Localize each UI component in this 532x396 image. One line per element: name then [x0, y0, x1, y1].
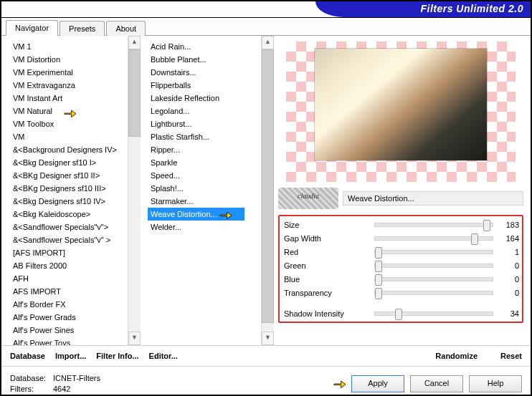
app-title: Filters Unlimited 2.0 [420, 3, 523, 14]
editor-button[interactable]: Editor... [149, 352, 178, 360]
pointer-hand-icon [63, 107, 77, 119]
filter-item[interactable]: Welder... [148, 221, 261, 233]
filters-count-value: 4642 [53, 385, 70, 393]
category-column: VM 1VM DistortionVM ExperimentalVM Extra… [1, 36, 141, 345]
slider-knob[interactable] [471, 233, 478, 245]
slider-knob[interactable] [375, 274, 382, 286]
category-scrollbar[interactable]: ▲ ▼ [128, 36, 141, 345]
filter-item[interactable]: Speed... [148, 169, 261, 182]
category-item[interactable]: [AFS IMPORT] [10, 246, 128, 259]
footer: Database:ICNET-Filters Filters:4642 Appl… [1, 366, 531, 396]
param-row: Size183 [284, 218, 519, 231]
category-item[interactable]: AFS IMPORT [10, 285, 128, 298]
param-slider[interactable] [374, 312, 493, 316]
filter-item[interactable]: Legoland... [148, 105, 261, 117]
filter-item[interactable]: Bubble Planet... [148, 53, 261, 66]
category-list[interactable]: VM 1VM DistortionVM ExperimentalVM Extra… [1, 36, 128, 345]
category-item[interactable]: VM Distortion [10, 53, 128, 66]
filter-scrollbar[interactable]: ▲ ▼ [261, 36, 274, 345]
category-item[interactable]: &<Sandflower Specials"v" > [10, 233, 128, 246]
category-item[interactable]: &<Sandflower Specials"v"> [10, 221, 128, 233]
param-value: 1 [498, 248, 519, 256]
scroll-track[interactable] [262, 323, 274, 332]
category-item[interactable]: Alf's Power Grads [10, 311, 128, 324]
slider-knob[interactable] [375, 261, 382, 272]
param-label: Size [284, 221, 370, 229]
tab-presets[interactable]: Presets [60, 21, 105, 36]
category-item[interactable]: &<BKg Designers sf10 III> [10, 182, 128, 195]
category-item[interactable]: VM Experimental [10, 66, 128, 79]
category-item[interactable]: VM Extravaganza [10, 79, 128, 92]
randomize-button[interactable]: Randomize [435, 352, 478, 360]
category-item[interactable]: AB Filters 2000 [10, 259, 128, 272]
tab-navigator[interactable]: Navigator [6, 20, 58, 36]
param-slider[interactable] [374, 264, 493, 268]
param-slider[interactable] [374, 250, 493, 254]
param-label: Green [284, 261, 370, 270]
filter-item[interactable]: Flipperballs [148, 79, 261, 92]
param-label: Blue [284, 275, 370, 284]
category-item[interactable]: &<Background Designers IV> [10, 143, 128, 156]
param-row: Transparency0 [284, 286, 519, 299]
filter-item[interactable]: Ripper... [148, 143, 261, 156]
param-row: Blue0 [284, 272, 519, 286]
param-label: Transparency [284, 289, 370, 297]
filter-list[interactable]: Acid Rain...Bubble Planet...Downstairs..… [141, 36, 261, 345]
filter-item[interactable]: Sparkle [148, 156, 261, 169]
database-button[interactable]: Database [10, 352, 45, 360]
cancel-button[interactable]: Cancel [410, 375, 463, 392]
tab-about[interactable]: About [106, 21, 146, 36]
slider-knob[interactable] [395, 309, 402, 320]
scroll-down-icon[interactable]: ▼ [128, 332, 141, 345]
filter-info-button[interactable]: Filter Info... [96, 352, 138, 360]
param-slider[interactable] [374, 223, 493, 227]
scroll-up-icon[interactable]: ▲ [262, 36, 274, 49]
title-bar: Filters Unlimited 2.0 [1, 1, 531, 18]
category-item[interactable]: Alf's Power Toys [10, 337, 128, 345]
category-item[interactable]: &<Bkg Designer sf10 I> [10, 156, 128, 169]
apply-button[interactable]: Apply [351, 375, 404, 392]
filter-item[interactable]: Lakeside Reflection [148, 92, 261, 105]
scroll-track[interactable] [128, 137, 141, 332]
category-item[interactable]: &<BKg Designer sf10 II> [10, 169, 128, 182]
category-item[interactable]: VM Instant Art [10, 92, 128, 105]
filters-count-label: Filters: [10, 384, 53, 395]
scroll-thumb[interactable] [262, 49, 274, 323]
import-button[interactable]: Import... [55, 352, 86, 360]
param-row: Red1 [284, 245, 519, 259]
db-label: Database: [10, 373, 53, 384]
param-label: Gap Width [284, 234, 370, 243]
help-button[interactable]: Help [469, 375, 522, 392]
category-item[interactable]: Alf's Border FX [10, 298, 128, 311]
category-item[interactable]: &<Bkg Kaleidoscope> [10, 208, 128, 221]
category-item[interactable]: &<Bkg Designers sf10 IV> [10, 195, 128, 208]
filter-item[interactable]: Plastic Starfish... [148, 130, 261, 143]
scroll-thumb[interactable] [128, 49, 141, 137]
param-slider[interactable] [374, 291, 493, 295]
scroll-down-icon[interactable]: ▼ [262, 332, 274, 345]
category-item[interactable]: VM Toolbox [10, 117, 128, 130]
category-item[interactable]: Alf's Power Sines [10, 324, 128, 337]
param-label: Shadow Intensity [284, 309, 370, 318]
param-value: 0 [498, 275, 519, 284]
filter-item[interactable]: Lightburst... [148, 117, 261, 130]
preview-photo [315, 49, 487, 160]
category-item[interactable]: AFH [10, 272, 128, 285]
slider-knob[interactable] [375, 247, 382, 259]
param-value: 164 [498, 234, 519, 243]
filter-item[interactable]: Weave Distortion... [148, 208, 244, 221]
filter-item[interactable]: Downstairs... [148, 66, 261, 79]
filter-item[interactable]: Starmaker... [148, 195, 261, 208]
category-item[interactable]: VM [10, 130, 128, 143]
filter-item[interactable]: Splash!... [148, 182, 261, 195]
watermark-badge [278, 188, 338, 209]
category-item[interactable]: VM 1 [10, 40, 128, 53]
slider-knob[interactable] [483, 220, 490, 231]
preview-image [286, 42, 516, 182]
reset-button[interactable]: Reset [500, 352, 522, 360]
param-slider[interactable] [374, 277, 493, 281]
param-slider[interactable] [374, 236, 493, 241]
slider-knob[interactable] [375, 288, 382, 299]
filter-item[interactable]: Acid Rain... [148, 40, 261, 53]
scroll-up-icon[interactable]: ▲ [128, 36, 141, 49]
